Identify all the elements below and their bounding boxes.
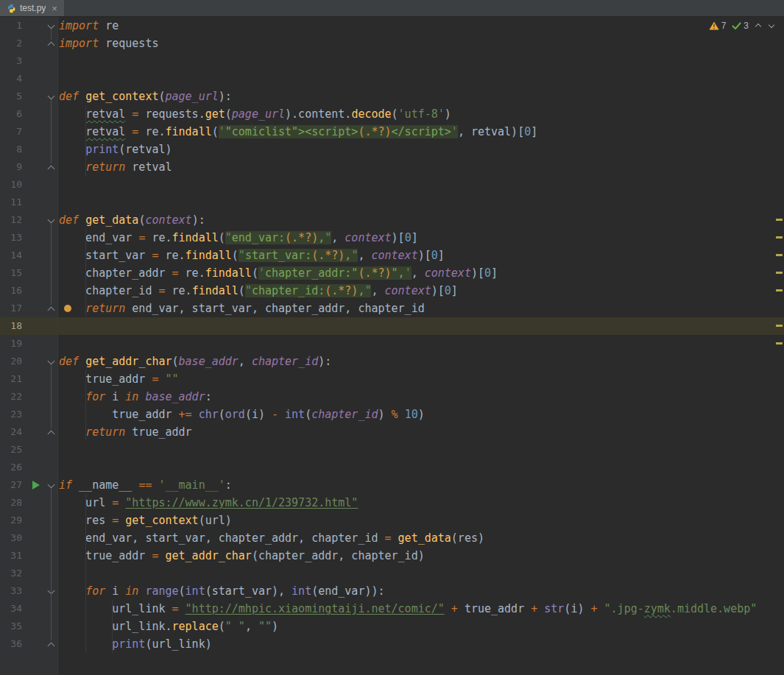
code-text[interactable]: return end_var, start_var, chapter_addr,… [58,300,784,317]
gutter-cell[interactable]: 16 [0,282,58,300]
editor-line[interactable]: 33 for i in range(int(start_var), int(en… [0,582,784,600]
error-stripe-mark[interactable] [776,342,783,344]
gutter-cell[interactable]: 20 [0,353,58,370]
line-number[interactable]: 18 [10,317,22,335]
fold-start-icon[interactable] [46,582,56,600]
code-text[interactable]: url = "https://www.zymk.cn/1/239732.html… [58,494,784,512]
code-text[interactable] [58,459,784,476]
tab-test-py[interactable]: test.py × [0,0,64,16]
line-number[interactable]: 35 [10,618,22,635]
error-stripe-mark[interactable] [776,325,783,327]
line-number[interactable]: 32 [10,565,22,582]
code-text[interactable] [58,335,784,353]
line-number[interactable]: 7 [16,123,22,141]
editor-line[interactable]: 36 print(url_link) [0,635,784,653]
fold-start-icon[interactable] [46,17,56,35]
line-number[interactable]: 10 [10,176,22,194]
line-number[interactable]: 4 [16,70,22,88]
run-line-icon[interactable] [32,481,40,490]
line-number[interactable]: 31 [10,547,22,565]
code-text[interactable]: true_addr += chr(ord(i) - int(chapter_id… [58,406,784,423]
gutter-cell[interactable]: 19 [0,335,58,353]
code-text[interactable]: def get_addr_char(base_addr, chapter_id)… [58,353,784,370]
editor-line[interactable]: 32 [0,565,784,582]
fold-end-icon[interactable] [46,300,56,317]
gutter-cell[interactable]: 18 [0,317,58,335]
gutter-cell[interactable]: 15 [0,264,58,282]
editor-line[interactable]: 24 return true_addr [0,423,784,441]
code-text[interactable]: return retval [58,158,784,176]
gutter-cell[interactable]: 24 [0,423,58,441]
code-text[interactable]: retval = re.findall('"comiclist"><script… [58,123,784,141]
gutter-cell[interactable]: 13 [0,229,58,247]
editor-line[interactable]: 30 end_var, start_var, chapter_addr, cha… [0,529,784,547]
editor-line[interactable]: 26 [0,459,784,476]
line-number[interactable]: 21 [10,370,22,388]
line-number[interactable]: 29 [10,512,22,529]
code-text[interactable]: retval = requests.get(page_url).content.… [58,105,784,123]
gutter-cell[interactable]: 33 [0,582,58,600]
code-text[interactable]: url_link = "http://mhpic.xiaomingtaiji.n… [58,600,784,618]
code-text[interactable] [58,52,784,70]
line-number[interactable]: 9 [16,158,22,176]
fold-start-icon[interactable] [46,88,56,105]
line-number[interactable]: 1 [16,17,22,35]
editor-line[interactable]: 1import re [0,17,784,35]
gutter-cell[interactable]: 1 [0,17,58,35]
editor-line[interactable]: 35 url_link.replace(" ", "") [0,618,784,635]
line-number[interactable]: 33 [10,582,22,600]
editor-line[interactable]: 21 true_addr = "" [0,370,784,388]
editor-line[interactable]: 5def get_context(page_url): [0,88,784,105]
editor-line[interactable]: 23 true_addr += chr(ord(i) - int(chapter… [0,406,784,423]
code-text[interactable]: for i in base_addr: [58,388,784,406]
gutter-cell[interactable]: 35 [0,618,58,635]
fold-end-icon[interactable] [46,35,56,52]
editor-line[interactable]: 3 [0,52,784,70]
gutter-cell[interactable]: 36 [0,635,58,653]
line-number[interactable]: 26 [10,459,22,476]
prev-problem-button[interactable] [755,22,762,29]
error-stripe-mark[interactable] [776,236,783,238]
line-number[interactable]: 13 [10,229,22,247]
tab-close-icon[interactable]: × [52,4,57,13]
gutter-cell[interactable]: 28 [0,494,58,512]
line-number[interactable]: 27 [10,476,22,494]
line-number[interactable]: 3 [16,52,22,70]
line-number[interactable]: 11 [10,194,22,211]
gutter-cell[interactable]: 32 [0,565,58,582]
code-text[interactable]: url_link.replace(" ", "") [58,618,784,635]
line-number[interactable]: 25 [10,441,22,459]
next-problem-button[interactable] [768,22,775,29]
gutter-cell[interactable]: 26 [0,459,58,476]
error-stripe-mark[interactable] [776,219,783,221]
editor-line[interactable]: 29 res = get_context(url) [0,512,784,529]
editor-line[interactable]: 4 [0,70,784,88]
code-text[interactable]: def get_data(context): [58,211,784,229]
code-text[interactable]: print(url_link) [58,635,784,653]
line-number[interactable]: 24 [10,423,22,441]
error-stripe-mark[interactable] [776,289,783,291]
editor-line[interactable]: 16 chapter_id = re.findall("chapter_id:(… [0,282,784,300]
editor-line[interactable]: 31 true_addr = get_addr_char(chapter_add… [0,547,784,565]
code-text[interactable]: end_var, start_var, chapter_addr, chapte… [58,529,784,547]
warnings-indicator[interactable]: 7 [709,21,727,31]
gutter-cell[interactable]: 6 [0,105,58,123]
editor-line[interactable]: 9 return retval [0,158,784,176]
editor-line[interactable]: 15 chapter_addr = re.findall('chapter_ad… [0,264,784,282]
editor-line[interactable]: 13 end_var = re.findall("end_var:(.*?),"… [0,229,784,247]
line-number[interactable]: 20 [10,353,22,370]
gutter-cell[interactable]: 30 [0,529,58,547]
code-text[interactable] [58,317,784,335]
code-text[interactable]: return true_addr [58,423,784,441]
typos-indicator[interactable]: 3 [732,21,749,31]
editor-line[interactable]: 11 [0,194,784,211]
code-text[interactable]: chapter_addr = re.findall('chapter_addr:… [58,264,784,282]
fold-start-icon[interactable] [46,353,56,370]
gutter-cell[interactable]: 14 [0,247,58,264]
marker-dot-icon[interactable] [64,305,71,312]
code-text[interactable]: if __name__ == '__main__': [58,476,784,494]
line-number[interactable]: 14 [10,247,22,264]
line-number[interactable]: 16 [10,282,22,300]
editor-line[interactable]: 34 url_link = "http://mhpic.xiaomingtaij… [0,600,784,618]
line-number[interactable]: 19 [10,335,22,353]
